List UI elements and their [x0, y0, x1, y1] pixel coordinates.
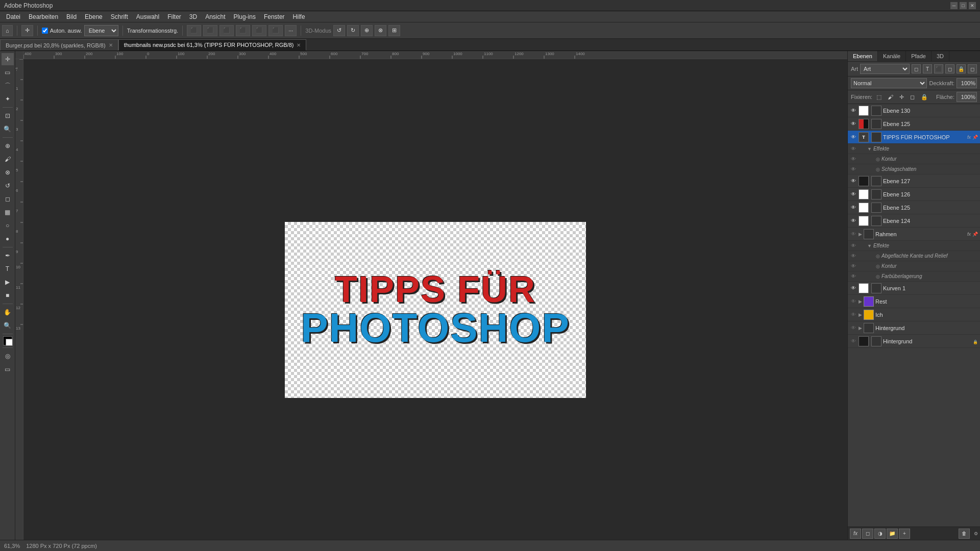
layer-item-schlagschatten[interactable]: 👁 ◎ Schlagschatten — [848, 164, 980, 174]
layer-item-ebene126[interactable]: 👁 Ebene 126 — [848, 188, 980, 201]
layer-vis-ich[interactable]: 👁 — [850, 311, 857, 318]
expand-rest[interactable]: ▶ — [859, 299, 862, 304]
align-center-v-button[interactable]: ⬛ — [252, 25, 266, 36]
history-brush-tool[interactable]: ↺ — [2, 180, 14, 192]
menu-item-ansicht[interactable]: Ansicht — [201, 12, 229, 21]
layer-item-farbuberlagerung[interactable]: 👁 ◎ Farbüberlagerung — [848, 271, 980, 282]
blur-tool[interactable]: ○ — [2, 219, 14, 232]
crop-tool[interactable]: ⊡ — [2, 110, 14, 122]
text-tool[interactable]: T — [2, 263, 14, 275]
autoselect-dropdown[interactable]: Ebene Gruppe — [84, 25, 118, 36]
eraser-tool[interactable]: ◻ — [2, 193, 14, 205]
align-right-button[interactable]: ⬛ — [219, 25, 234, 36]
maximize-button[interactable]: □ — [960, 2, 967, 9]
delete-layer-button[interactable]: 🗑 — [959, 529, 970, 539]
layer-item-kontur[interactable]: 👁 ◎ Kontur — [848, 154, 980, 164]
layer-vis-tipps[interactable]: 👁 — [850, 134, 857, 141]
layer-icon-5[interactable]: 🔒 — [957, 64, 966, 73]
path-selection-tool[interactable]: ▶ — [2, 276, 14, 288]
layer-item-ebene125a[interactable]: 👁 Ebene 125 — [848, 117, 980, 131]
layer-vis-schlagschatten[interactable]: 👁 — [850, 166, 857, 173]
foreground-color[interactable] — [3, 336, 12, 345]
layer-vis-ebene124[interactable]: 👁 — [850, 217, 857, 224]
expand-effekte2[interactable]: ▼ — [867, 243, 872, 248]
layer-vis-hintergrund-bg[interactable]: 👁 — [850, 338, 857, 345]
layer-fx-button[interactable]: fx — [850, 529, 861, 539]
align-bottom-button[interactable]: ⬛ — [268, 25, 283, 36]
layer-vis-ebene126[interactable]: 👁 — [850, 191, 857, 198]
expand-ich[interactable]: ▶ — [859, 312, 862, 317]
add-mask-button[interactable]: ◻ — [862, 529, 873, 539]
layer-vis-ebene130[interactable]: 👁 — [850, 107, 857, 114]
align-center-h-button[interactable]: ⬛ — [203, 25, 217, 36]
close-button[interactable]: ✕ — [969, 2, 976, 9]
menu-item-schrift[interactable]: Schrift — [107, 12, 132, 21]
menu-item-filter[interactable]: Filter — [163, 12, 185, 21]
minimize-button[interactable]: ─ — [950, 2, 958, 9]
align-left-button[interactable]: ⬛ — [187, 25, 201, 36]
healing-tool[interactable]: ⊕ — [2, 140, 14, 152]
expand-effekte[interactable]: ▼ — [867, 146, 872, 152]
more-options-button[interactable]: ··· — [285, 25, 297, 36]
layer-item-effekte2[interactable]: 👁 ▼ Effekte — [848, 241, 980, 251]
lasso-tool[interactable]: ⌒ — [2, 80, 14, 92]
menu-item-bearbeiten[interactable]: Bearbeiten — [24, 12, 62, 21]
new-layer-button[interactable]: + — [899, 529, 910, 539]
menu-item-ebene[interactable]: Ebene — [81, 12, 107, 21]
blend-mode-dropdown[interactable]: Normal Multiplizieren Abblenden — [851, 78, 927, 88]
layer-icon-4[interactable]: ◻ — [945, 64, 954, 73]
fill-input[interactable] — [957, 92, 977, 102]
new-adjustment-button[interactable]: ◑ — [874, 529, 886, 539]
autoselect-checkbox[interactable] — [42, 28, 48, 34]
layer-item-kontur2[interactable]: 👁 ◎ Kontur — [848, 261, 980, 271]
clone-tool[interactable]: ⊗ — [2, 166, 14, 179]
tab-burger-close[interactable]: ✕ — [109, 42, 113, 48]
brush-tool[interactable]: 🖌 — [2, 153, 14, 165]
shape-tool[interactable]: ■ — [2, 289, 14, 302]
layer-vis-ebene127[interactable]: 👁 — [850, 178, 857, 185]
layer-icon-1[interactable]: ◻ — [912, 64, 921, 73]
layer-icon-2[interactable]: T — [923, 64, 932, 73]
hand-tool[interactable]: ✋ — [2, 306, 14, 318]
pen-tool[interactable]: ✒ — [2, 249, 14, 262]
canvas-wrapper[interactable]: TIPPS FÜR PHOTOSHOP ↖ — [23, 59, 847, 540]
layer-item-hintergrund1[interactable]: 👁 ▶ Hintergrund — [848, 321, 980, 335]
layer-panel-settings[interactable]: ⚙ — [974, 531, 978, 536]
layer-vis-farbuberlagerung[interactable]: 👁 — [850, 273, 857, 280]
lock-all-btn[interactable]: 🔒 — [919, 94, 930, 101]
menu-item-auswahl[interactable]: Auswahl — [132, 12, 163, 21]
lock-position-btn[interactable]: ✛ — [897, 94, 906, 101]
layer-vis-hintergrund1[interactable]: 👁 — [850, 324, 857, 332]
move-tool[interactable]: ✛ — [2, 53, 14, 65]
layer-item-ebene127[interactable]: 👁 Ebene 127 — [848, 174, 980, 188]
tab-3d[interactable]: 3D — [932, 51, 949, 61]
quick-mask-tool[interactable]: ◎ — [2, 350, 14, 362]
3d-btn1[interactable]: ↺ — [333, 25, 345, 36]
layer-vis-abgeflachte[interactable]: 👁 — [850, 253, 857, 260]
tab-burger[interactable]: Burger.psd bei 20,8% (sparkles, RGB/8) ✕ — [0, 39, 118, 51]
screen-mode-tool[interactable]: ▭ — [2, 363, 14, 375]
layer-item-kurven1[interactable]: 👁 Kurven 1 — [848, 282, 980, 295]
tab-pfade[interactable]: Pfade — [906, 51, 932, 61]
background-color[interactable] — [6, 339, 13, 346]
expand-hintergrund1[interactable]: ▶ — [859, 325, 862, 331]
tab-kanaele[interactable]: Kanäle — [878, 51, 906, 61]
layer-item-rest[interactable]: 👁 ▶ Rest — [848, 295, 980, 308]
layer-vis-rest[interactable]: 👁 — [850, 298, 857, 305]
eyedropper-tool[interactable]: 🔍 — [2, 123, 14, 135]
layer-item-abgeflachte[interactable]: 👁 ◎ Abgeflachte Kante und Relief — [848, 251, 980, 261]
gradient-tool[interactable]: ▦ — [2, 206, 14, 218]
layer-vis-ebene125b[interactable]: 👁 — [850, 204, 857, 211]
layer-item-ebene124[interactable]: 👁 Ebene 124 — [848, 214, 980, 228]
layer-item-ebene125b[interactable]: 👁 Ebene 125 — [848, 201, 980, 214]
layer-item-ich[interactable]: 👁 ▶ Ich — [848, 308, 980, 321]
3d-btn3[interactable]: ⊕ — [361, 25, 373, 36]
art-dropdown[interactable]: Art — [860, 64, 910, 74]
menu-item-3d[interactable]: 3D — [185, 12, 201, 21]
marquee-tool[interactable]: ▭ — [2, 66, 14, 79]
layer-vis-rahmen[interactable]: 👁 — [850, 231, 857, 238]
layer-item-rahmen[interactable]: 👁 ▶ Rahmen fx 📌 — [848, 228, 980, 241]
new-group-button[interactable]: 📁 — [887, 529, 898, 539]
layer-item-hintergrund-bg[interactable]: 👁 Hintergrund — [848, 335, 980, 348]
layer-icon-3[interactable]: ⬛ — [934, 64, 943, 73]
